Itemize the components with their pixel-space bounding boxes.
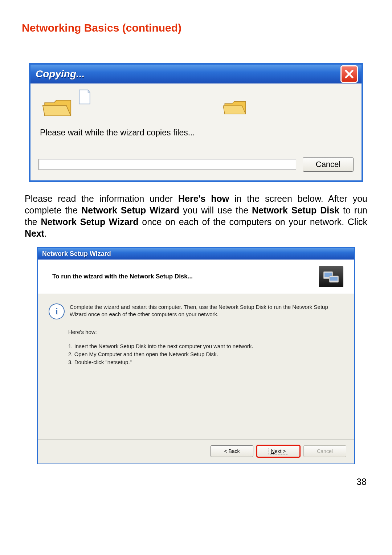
wizard-cancel-button: Cancel: [303, 445, 346, 457]
cancel-button[interactable]: Cancel: [303, 157, 354, 172]
wizard-titlebar: Network Setup Wizard: [38, 248, 354, 260]
wizard-step-2: 2. Open My Computer and then open the Ne…: [68, 350, 343, 358]
progress-bar: [38, 159, 296, 170]
para-bold: Network Setup Wizard: [81, 205, 179, 215]
wizard-step-1: 1. Insert the Network Setup Disk into th…: [68, 342, 343, 350]
network-setup-wizard-dialog: Network Setup Wizard To run the wizard w…: [37, 247, 355, 464]
folder-icon: [222, 96, 248, 118]
para-bold: Network Setup Disk: [252, 205, 339, 215]
next-suffix: ext >: [275, 448, 286, 454]
network-device-icon: [319, 266, 343, 287]
wizard-footer: < Back Next > Cancel: [38, 439, 354, 464]
para-text: once on each of the computers on your ne…: [139, 217, 367, 227]
heres-how-label: Here's how:: [68, 329, 343, 335]
wizard-steps: 1. Insert the Network Setup Disk into th…: [68, 342, 343, 366]
close-icon[interactable]: [340, 65, 358, 83]
wizard-body: i Complete the wizard and restart this c…: [38, 294, 354, 439]
copying-dialog: Copying...: [29, 63, 363, 182]
para-text: .: [44, 228, 47, 238]
wizard-step-3: 3. Double-click "netsetup.": [68, 358, 343, 366]
copying-title-text: Copying...: [36, 68, 85, 80]
section-heading: Networking Basics (continued): [22, 22, 370, 34]
copy-animation: [38, 94, 354, 126]
para-bold: Here's how: [178, 193, 229, 204]
copying-titlebar: Copying...: [30, 65, 362, 83]
instruction-paragraph: Please read the information under Here's…: [25, 193, 367, 239]
para-bold: Next: [25, 228, 44, 238]
back-button-label: < Back: [224, 448, 240, 454]
next-button[interactable]: Next >: [257, 445, 300, 457]
wizard-cancel-label: Cancel: [317, 448, 333, 454]
wizard-header-text: To run the wizard with the Network Setup…: [52, 273, 193, 280]
para-text: you will use the: [179, 205, 252, 215]
svg-rect-3: [330, 277, 338, 281]
wizard-info-text: Complete the wizard and restart this com…: [70, 303, 343, 318]
copying-message: Please wait while the wizard copies file…: [38, 126, 354, 140]
flying-page-icon: [78, 89, 91, 105]
back-button[interactable]: < Back: [211, 445, 253, 457]
wizard-header: To run the wizard with the Network Setup…: [38, 260, 354, 294]
page-number: 38: [22, 464, 370, 487]
info-icon: i: [49, 303, 65, 319]
folder-open-icon: [42, 94, 75, 120]
para-text: Please read the information under: [25, 193, 178, 204]
para-bold: Network Setup Wizard: [41, 217, 138, 227]
next-underline: N: [271, 448, 275, 454]
